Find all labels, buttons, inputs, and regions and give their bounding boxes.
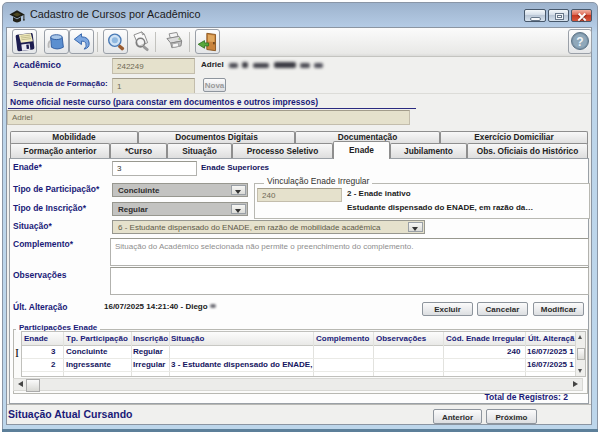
svg-text:?: ? <box>576 35 583 49</box>
